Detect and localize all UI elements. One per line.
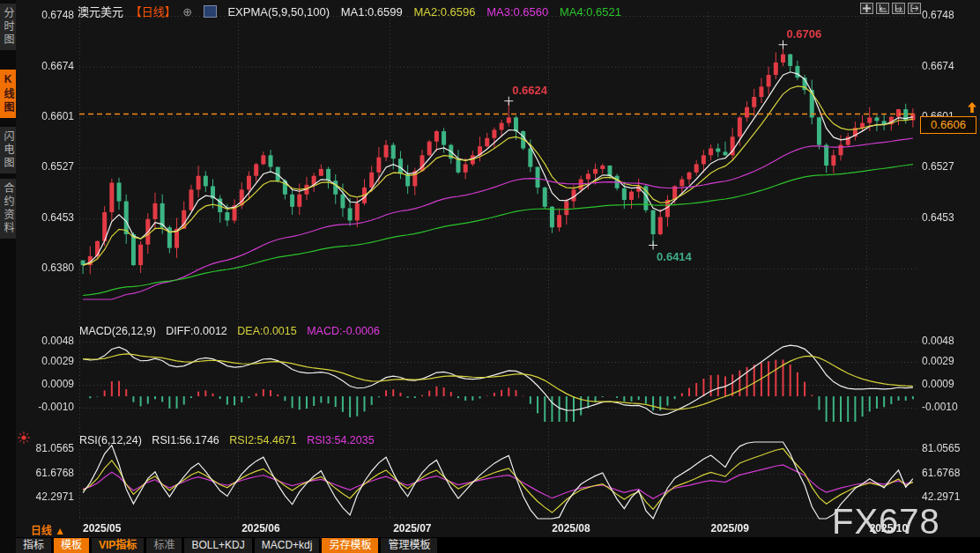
ma2-value: MA2:0.6596 (413, 5, 475, 18)
price-axis-label-left: 0.6601 (19, 110, 74, 122)
period-tag[interactable]: 【日线】 (130, 5, 176, 18)
indicator-chart-icon (204, 5, 217, 18)
price-axis-label-right: 0.6453 (922, 211, 976, 224)
alert-flash-icon (18, 431, 30, 444)
fx678-watermark: FX678 (832, 502, 940, 542)
indicator-title: EXPMA(5,9,50,100) (227, 5, 330, 18)
price-axis-label-left: 0.6380 (19, 262, 74, 274)
price-axis-label-right: 0.6674 (922, 60, 976, 72)
rsi-axis-label-right: 61.6768 (922, 467, 976, 479)
x-axis-label: 2025/05 (83, 522, 121, 535)
macd-axis-label-left: 0.0009 (19, 378, 74, 390)
chart-overlay: 0.67480.66740.66010.65270.64530.63800.67… (0, 0, 980, 553)
price-axis-label-left: 0.6748 (19, 9, 74, 21)
chart-header: 澳元美元 【日线】 ⊕ EXPMA(5,9,50,100) MA1:0.6599… (78, 3, 629, 17)
rsi2-value: RSI2:54.4671 (229, 434, 296, 446)
sidebar-tab-lightning[interactable]: 闪电图 (0, 127, 16, 173)
macd-diff-value: DIFF:0.0012 (166, 325, 226, 337)
rsi-header: RSI(6,12,24) RSI1:56.1746 RSI2:54.4671 R… (79, 434, 382, 446)
pan-right-icon[interactable] (908, 3, 921, 14)
footer-tab-indicators[interactable]: 指标 (16, 538, 51, 553)
ma1-value: MA1:0.6599 (341, 5, 403, 18)
x-axis-label: 2025/07 (393, 522, 431, 535)
chart-toolbar (860, 3, 921, 14)
footer-tab-macd-kdj[interactable]: MACD+kdj (255, 538, 320, 553)
ma3-value: MA3:0.6560 (486, 5, 548, 18)
macd-header: MACD(26,12,9) DIFF:0.0012 DEA:0.0015 MAC… (79, 325, 387, 337)
footer-tab-manage-template[interactable]: 管理模板 (381, 538, 437, 553)
rsi3-value: RSI3:54.2035 (307, 434, 374, 446)
price-axis-label-left: 0.6527 (19, 160, 74, 173)
footer-tab-standard[interactable]: 标准 (146, 538, 182, 553)
sidebar-tab-contract-info[interactable]: 合约资料 (0, 179, 16, 239)
rsi-axis-label-right: 81.0565 (922, 442, 976, 454)
macd-title[interactable]: MACD(26,12,9) (79, 325, 156, 337)
macd-axis-label-left: 0.0029 (19, 355, 74, 367)
price-annotation-low: 0.6414 (657, 250, 692, 263)
zoom-axis-right-icon[interactable] (892, 3, 905, 14)
price-up-arrow-icon (968, 102, 976, 113)
ma4-value: MA4:0.6521 (560, 5, 621, 18)
macd-axis-label-right: 0.0029 (922, 355, 976, 367)
macd-axis-label-right: 0.0009 (922, 378, 976, 390)
macd-dea-value: DEA:0.0015 (237, 325, 296, 337)
zoom-axis-left-icon[interactable] (876, 3, 889, 14)
price-axis-label-left: 0.6674 (19, 60, 74, 72)
rsi-title[interactable]: RSI(6,12,24) (79, 434, 142, 446)
rsi1-value: RSI1:56.1746 (152, 434, 219, 446)
add-indicator-icon[interactable]: ⊕ (182, 5, 192, 18)
price-axis-label-left: 0.6453 (19, 211, 74, 224)
macd-macd-value: MACD:-0.0006 (307, 325, 380, 337)
x-axis-label: 2025/06 (241, 522, 279, 535)
crosshair-tool-icon[interactable] (860, 3, 873, 14)
sidebar-tab-timeshare[interactable]: 分时图 (0, 4, 16, 50)
symbol-name: 澳元美元 (78, 5, 123, 18)
price-axis-label-right: 0.6527 (922, 160, 976, 173)
x-axis-label: 2025/08 (552, 522, 590, 535)
macd-axis-label-right: 0.0048 (922, 335, 976, 347)
rsi-axis-label-left: 81.0565 (19, 442, 74, 454)
footer-tab-vip-indicators[interactable]: VIP指标 (92, 538, 144, 553)
price-annotation-high: 0.6706 (786, 27, 821, 41)
macd-axis-label-right: -0.0010 (922, 401, 976, 413)
macd-axis-label-left: 0.0048 (19, 335, 74, 347)
rsi-axis-label-left: 42.2971 (19, 490, 74, 503)
price-annotation-high: 0.6624 (512, 84, 547, 97)
sidebar-tab-kline[interactable]: K线图 (0, 70, 16, 118)
price-axis-label-right: 0.6748 (922, 9, 976, 21)
sidebar: 分时图 K线图 闪电图 合约资料 (0, 0, 16, 553)
footer-tab-templates[interactable]: 模板 (54, 538, 89, 553)
footer-tab-save-template[interactable]: 另存模板 (322, 538, 378, 553)
footer-tab-boll-kdj[interactable]: BOLL+KDJ (184, 538, 251, 553)
current-price-tag: 0.6606 (920, 116, 976, 134)
chart-app: 0.67480.66740.66010.65270.64530.63800.67… (0, 0, 980, 553)
macd-axis-label-left: -0.0010 (19, 401, 74, 413)
period-selector[interactable]: 日线 ▲ (31, 522, 65, 537)
x-axis-label: 2025/09 (711, 522, 749, 535)
rsi-axis-label-left: 61.6768 (19, 467, 74, 479)
rsi-axis-label-right: 42.2971 (922, 490, 976, 503)
